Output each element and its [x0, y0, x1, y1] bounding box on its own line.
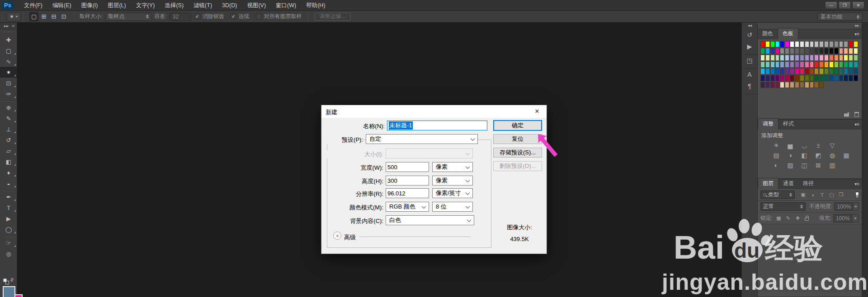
color-swatch[interactable]: [849, 55, 853, 61]
sample-all-layers-option[interactable]: 对所有图层取样: [256, 13, 302, 20]
resolution-input[interactable]: 96.012: [386, 188, 429, 198]
exposure-icon[interactable]: ±: [813, 141, 823, 149]
color-swatch[interactable]: [785, 41, 789, 47]
color-swatch[interactable]: [765, 48, 770, 54]
color-swatch[interactable]: [805, 41, 809, 47]
vibrance-icon[interactable]: ▽: [827, 141, 837, 149]
color-swatch[interactable]: [810, 48, 814, 54]
color-swatch[interactable]: [854, 48, 858, 54]
pen-tool[interactable]: ✒: [0, 191, 17, 202]
width-unit-select[interactable]: 像素: [432, 162, 473, 172]
color-swatch[interactable]: [849, 75, 853, 81]
height-unit-select[interactable]: 像素: [432, 176, 473, 186]
color-swatch[interactable]: [824, 41, 829, 47]
invert-icon[interactable]: ◐: [771, 161, 781, 169]
panel-grip[interactable]: [4, 31, 13, 33]
menu-item[interactable]: 视图(V): [242, 0, 271, 11]
history-panel-icon[interactable]: ↺: [742, 29, 757, 41]
color-swatch[interactable]: [805, 61, 809, 68]
dodge-tool[interactable]: ◒: [0, 178, 17, 189]
color-swatch[interactable]: [829, 75, 834, 81]
paragraph-panel-icon[interactable]: ¶: [742, 80, 757, 92]
rectangular-marquee-tool[interactable]: ▢: [0, 45, 17, 56]
color-swatch[interactable]: [780, 75, 784, 81]
color-swatch[interactable]: [770, 48, 775, 54]
color-swatch[interactable]: [775, 75, 780, 81]
minimize-button[interactable]: —: [825, 1, 837, 9]
character-panel-icon[interactable]: A: [742, 69, 757, 80]
color-swatch[interactable]: [800, 82, 804, 88]
menu-item[interactable]: 窗口(W): [271, 0, 301, 11]
color-swatch[interactable]: [834, 75, 839, 81]
color-lookup-icon[interactable]: ▦: [841, 151, 851, 159]
color-swatch[interactable]: [810, 82, 814, 88]
color-swatch[interactable]: [829, 68, 834, 74]
color-swatch[interactable]: [844, 68, 848, 74]
color-swatch[interactable]: [814, 61, 819, 68]
color-swatch[interactable]: [805, 55, 809, 61]
color-swatch[interactable]: [765, 68, 770, 74]
close-icon[interactable]: ✕: [11, 24, 15, 28]
menu-item[interactable]: 文件(F): [19, 0, 47, 11]
menu-item[interactable]: 文字(Y): [131, 0, 160, 11]
fill-caret[interactable]: [852, 214, 859, 223]
move-tool[interactable]: ✚: [0, 34, 17, 45]
curves-icon[interactable]: ◡: [799, 141, 809, 149]
zoom-tool[interactable]: ◎: [0, 248, 17, 259]
color-swatch[interactable]: [810, 41, 814, 47]
color-swatch[interactable]: [790, 48, 794, 54]
crop-tool[interactable]: ⊡: [0, 78, 17, 88]
color-swatch[interactable]: [854, 41, 858, 47]
posterize-icon[interactable]: ▨: [785, 161, 795, 169]
tab-swatches[interactable]: 色板: [778, 28, 798, 39]
color-swatch[interactable]: [775, 41, 780, 47]
color-balance-icon[interactable]: ◑: [785, 151, 795, 159]
tab-adjustments[interactable]: 调整: [758, 118, 778, 130]
color-swatch[interactable]: [775, 68, 780, 74]
dialog-close-icon[interactable]: ✕: [533, 108, 542, 115]
color-swatch[interactable]: [795, 41, 799, 47]
color-swatch[interactable]: [770, 68, 775, 74]
color-swatch[interactable]: [760, 41, 765, 47]
lock-position-icon[interactable]: ✚: [794, 215, 801, 222]
color-swatch[interactable]: [839, 61, 844, 68]
color-swatch[interactable]: [770, 61, 775, 68]
filter-toggle-icon[interactable]: [855, 192, 859, 198]
color-swatch[interactable]: [849, 61, 853, 68]
bit-depth-select[interactable]: 8 位: [432, 202, 473, 212]
color-swatch[interactable]: [765, 82, 770, 88]
color-swatch[interactable]: [849, 68, 853, 74]
filter-shape-icon[interactable]: ▢: [828, 191, 835, 199]
dock-collapse[interactable]: ◀◀: [742, 23, 757, 29]
hue-saturation-icon[interactable]: ▤: [771, 151, 781, 159]
filter-image-icon[interactable]: ▣: [799, 191, 807, 199]
menu-item[interactable]: 图像(I): [76, 0, 103, 11]
menu-item[interactable]: 3D(D): [217, 0, 242, 11]
color-swatch[interactable]: [824, 55, 829, 61]
color-swatch[interactable]: [839, 41, 844, 47]
brush-tool[interactable]: ✎: [0, 113, 17, 124]
color-swatch[interactable]: [834, 55, 839, 61]
color-swatch[interactable]: [810, 68, 814, 74]
menu-item[interactable]: 编辑(E): [47, 0, 76, 11]
subtract-selection-icon[interactable]: ⊟: [49, 12, 58, 21]
color-swatch[interactable]: [790, 61, 794, 68]
color-swatch[interactable]: [839, 68, 844, 74]
lock-all-icon[interactable]: [805, 218, 809, 221]
color-swatch[interactable]: [824, 68, 829, 74]
color-swatch[interactable]: [844, 55, 848, 61]
path-selection-tool[interactable]: ▶: [0, 213, 17, 224]
color-swatch[interactable]: [805, 82, 809, 88]
color-swatch[interactable]: [800, 55, 804, 61]
color-swatch[interactable]: [765, 75, 770, 81]
opacity-caret[interactable]: [853, 202, 859, 211]
color-swatch[interactable]: [829, 48, 834, 54]
color-swatch[interactable]: [790, 41, 794, 47]
restore-button[interactable]: ❐: [839, 1, 851, 9]
color-swatch[interactable]: [824, 61, 829, 68]
tab-paths[interactable]: 路径: [798, 178, 818, 189]
color-swatch[interactable]: [810, 75, 814, 81]
contiguous-option[interactable]: ✓ 连续: [231, 13, 250, 20]
new-swatch-icon[interactable]: [844, 112, 849, 117]
channel-mixer-icon[interactable]: ◍: [827, 151, 837, 159]
